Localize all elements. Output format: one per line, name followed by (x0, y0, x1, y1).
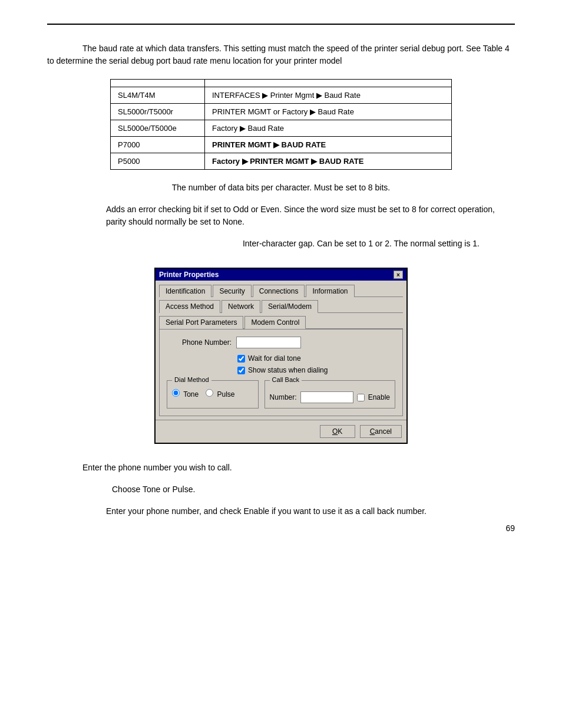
subsubtab-serial-port[interactable]: Serial Port Parameters (159, 316, 243, 329)
footer-text-1: Enter the phone number you wish to call. (47, 462, 515, 474)
footer-text-3: Enter your phone number, and check Enabl… (47, 505, 515, 518)
tone-radio-label: Tone (172, 389, 199, 398)
callback-number-label: Number: (270, 393, 297, 401)
dialog-wrapper: Printer Properties × Identification Secu… (47, 268, 515, 444)
show-status-row: Show status when dialing (237, 366, 395, 374)
printer-properties-dialog: Printer Properties × Identification Secu… (154, 268, 408, 444)
dialog-title: Printer Properties (159, 271, 219, 279)
subtab-access-method[interactable]: Access Method (159, 300, 220, 313)
table-cell-path: PRINTER MGMT ▶ BAUD RATE (205, 137, 452, 153)
table-row: P7000PRINTER MGMT ▶ BAUD RATE (111, 137, 452, 153)
show-status-checkbox[interactable] (237, 367, 245, 374)
table-cell-model: P5000 (111, 153, 205, 170)
main-tabs-row: Identification Security Connections Info… (159, 284, 403, 297)
tone-radio[interactable] (172, 389, 180, 397)
footer-text-2: Choose Tone or Pulse. (47, 483, 515, 496)
gap-text: Inter-character gap. Can be set to 1 or … (47, 238, 515, 250)
baud-rate-description: The baud rate at which data transfers. T… (47, 42, 515, 67)
subtab-network[interactable]: Network (222, 300, 260, 313)
phone-number-label: Phone Number: (167, 338, 232, 347)
table-cell-path: PRINTER MGMT or Factory ▶ Baud Rate (205, 104, 452, 120)
ok-label: OK (332, 427, 342, 436)
table-row: SL5000r/T5000rPRINTER MGMT or Factory ▶ … (111, 104, 452, 120)
dialog-body: Identification Security Connections Info… (156, 281, 406, 420)
phone-number-input[interactable] (236, 337, 301, 348)
printer-model-table: SL4M/T4MINTERFACES ▶ Printer Mgmt ▶ Baud… (110, 79, 452, 170)
enable-checkbox[interactable] (357, 394, 365, 401)
show-status-label: Show status when dialing (248, 366, 328, 374)
callback-row: Number: Enable (270, 391, 390, 403)
tab-information[interactable]: Information (306, 285, 354, 297)
table-cell-model: SL4M/T4M (111, 87, 205, 104)
table-cell-model: P7000 (111, 137, 205, 153)
table-cell-path: INTERFACES ▶ Printer Mgmt ▶ Baud Rate (205, 87, 452, 104)
table-row: SL5000e/T5000eFactory ▶ Baud Rate (111, 120, 452, 137)
dialog-titlebar: Printer Properties × (156, 269, 406, 281)
ok-button[interactable]: OK (320, 425, 355, 438)
parity-text: Adds an error checking bit if set to Odd… (47, 203, 515, 228)
table-cell-model: SL5000r/T5000r (111, 104, 205, 120)
table-cell-path: Factory ▶ Baud Rate (205, 120, 452, 137)
tab-identification[interactable]: Identification (159, 285, 211, 297)
table-row: P5000Factory ▶ PRINTER MGMT ▶ BAUD RATE (111, 153, 452, 170)
page-number: 69 (505, 523, 515, 533)
table-row: SL4M/T4MINTERFACES ▶ Printer Mgmt ▶ Baud… (111, 87, 452, 104)
tab-connections[interactable]: Connections (253, 285, 305, 297)
wait-for-dial-tone-checkbox[interactable] (237, 355, 245, 363)
tab-security[interactable]: Security (213, 285, 251, 297)
tab-content: Phone Number: Wait for dial tone Show st… (159, 329, 403, 416)
dialog-buttons: OK Cancel (156, 420, 406, 443)
dial-method-group: Dial Method Tone Pulse (167, 380, 259, 409)
top-divider (47, 24, 515, 25)
callback-number-input[interactable] (300, 391, 353, 403)
wait-for-dial-tone-label: Wait for dial tone (248, 354, 301, 363)
table-cell-model: SL5000e/T5000e (111, 120, 205, 137)
call-back-legend: Call Back (270, 376, 302, 383)
dial-method-radios: Tone Pulse (172, 389, 253, 398)
subsubtab-modem-control[interactable]: Modem Control (244, 316, 306, 329)
sub-tabs-row: Access Method Network Serial/Modem (159, 299, 403, 313)
subtab-serial-modem[interactable]: Serial/Modem (262, 300, 318, 313)
call-back-group: Call Back Number: Enable (265, 380, 395, 409)
enable-label: Enable (368, 393, 390, 401)
dial-method-legend: Dial Method (172, 376, 211, 383)
close-icon: × (396, 272, 400, 278)
table-cell-path: Factory ▶ PRINTER MGMT ▶ BAUD RATE (205, 153, 452, 170)
data-bits-text: The number of data bits per character. M… (47, 182, 515, 194)
subsubtabs-row: Serial Port Parameters Modem Control (159, 315, 403, 329)
pulse-radio-label: Pulse (206, 389, 234, 398)
cancel-label: Cancel (370, 427, 392, 436)
footer-texts: Enter the phone number you wish to call.… (47, 462, 515, 518)
wait-for-dial-tone-row: Wait for dial tone (237, 354, 395, 363)
dialog-close-button[interactable]: × (394, 271, 403, 279)
pulse-radio[interactable] (206, 389, 213, 397)
groups-row: Dial Method Tone Pulse (167, 380, 395, 409)
cancel-button[interactable]: Cancel (360, 425, 402, 438)
phone-number-row: Phone Number: (167, 337, 395, 348)
